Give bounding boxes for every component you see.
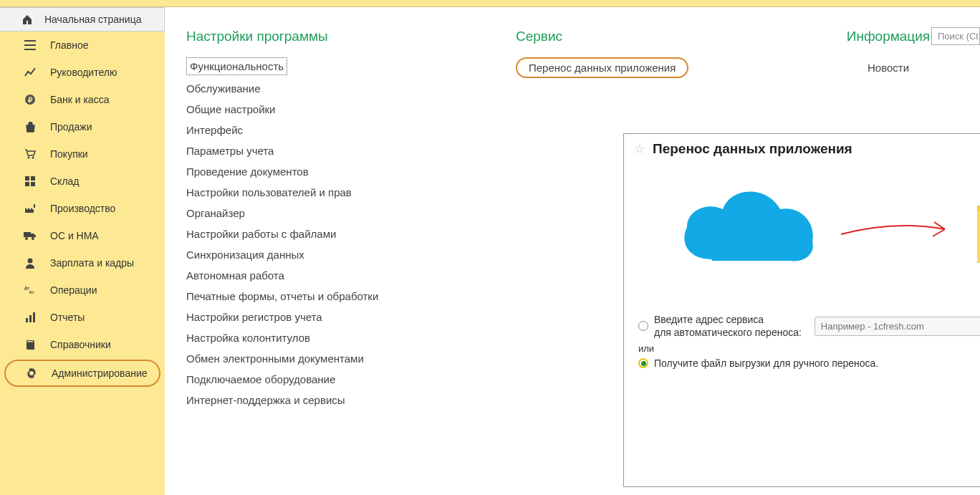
ruble-icon: ₽ [23,94,37,105]
nav-label: Главное [50,39,89,51]
svg-rect-8 [24,232,31,237]
nav-item-grid[interactable]: Склад [0,168,165,195]
settings-link[interactable]: Обмен электронными документами [186,348,501,369]
settings-link[interactable]: Органайзер [186,203,501,224]
info-link[interactable]: Новости [817,57,960,78]
settings-link[interactable]: Проведение документов [186,161,501,182]
home-icon [20,14,34,25]
nav-label: Покупки [50,148,88,160]
nav-label: Склад [50,176,80,187]
svg-rect-16 [33,312,35,322]
settings-link[interactable]: Функциональность [186,57,287,75]
radio-label: Получите файл выгрузки для ручного перен… [654,357,878,370]
settings-link[interactable]: Обслуживание [186,78,501,99]
top-bar [0,0,980,7]
svg-point-11 [28,258,33,263]
svg-rect-4 [25,176,29,181]
svg-rect-5 [31,176,35,181]
folder-zip-icon [974,191,981,270]
column-title: Настройки программы [186,29,501,44]
nav-label: Администрирование [52,367,148,379]
illustration [638,170,980,292]
svg-point-10 [32,237,34,240]
nav-item-person[interactable]: Зарплата и кадры [0,249,165,277]
service-address-input[interactable] [815,317,980,336]
radio-icon[interactable] [638,358,648,368]
settings-link[interactable]: Синхронизация данных [186,244,501,265]
column-title: Сервис [516,29,802,44]
chart-icon [23,67,37,77]
settings-link[interactable]: Автономная работа [186,265,501,286]
or-label: или [638,343,980,354]
nav-item-gear[interactable]: Администрирование [4,360,160,387]
svg-rect-14 [26,318,28,322]
svg-point-2 [28,157,30,159]
option-manual[interactable]: Получите файл выгрузки для ручного перен… [638,357,980,370]
svg-rect-15 [29,315,32,322]
main-area: Поиск (Ct Настройки программы Функционал… [165,7,980,495]
svg-point-9 [25,237,28,240]
nav-item-chart[interactable]: Руководителю [0,59,165,86]
favorite-star-icon[interactable]: ☆ [634,141,645,157]
settings-link[interactable]: Настройки работы с файлами [186,224,501,244]
dialog-header: ☆ Перенос данных приложения ⋮ [624,134,980,164]
settings-link[interactable]: Печатные формы, отчеты и обработки [186,286,501,307]
nav-label: Справочники [50,339,111,350]
bag-icon [23,122,37,133]
nav-label: Руководителю [50,67,117,78]
nav-label: Производство [50,203,115,214]
nav-item-cart[interactable]: Покупки [0,140,165,168]
settings-column: Настройки программы ФункциональностьОбсл… [186,29,501,410]
nav-item-book[interactable]: Справочники [0,331,165,358]
nav-item-ruble[interactable]: ₽Банк и касса [0,86,165,113]
nav-label: ОС и НМА [50,230,99,241]
nav-label: Банк и касса [50,94,109,105]
nav-label: Отчеты [50,312,85,323]
gear-icon [24,367,39,379]
nav-label: Операции [50,284,97,296]
factory-icon [23,203,37,213]
settings-link[interactable]: Настройка колонтитулов [186,327,501,348]
menu-icon [23,40,37,50]
cart-icon [23,149,37,159]
ops-icon: ДтКт [23,286,37,294]
svg-text:Кт: Кт [29,290,34,294]
sidebar: Начальная страница ГлавноеРуководителю₽Б… [0,7,165,495]
search-input[interactable]: Поиск (Ct [931,27,980,45]
service-link-transfer[interactable]: Перенос данных приложения [516,57,688,78]
settings-link[interactable]: Настройки пользователей и прав [186,182,501,203]
settings-link[interactable]: Параметры учета [186,140,501,161]
settings-link[interactable]: Подключаемое оборудование [186,369,501,390]
option-auto[interactable]: Введите адрес сервиса для автоматическог… [638,313,980,339]
home-label: Начальная страница [44,14,141,25]
nav-item-factory[interactable]: Производство [0,195,165,222]
transfer-dialog: ☆ Перенос данных приложения ⋮ [623,133,980,487]
cloud-icon [673,181,823,281]
nav-item-truck[interactable]: ОС и НМА [0,222,165,249]
truck-icon [23,231,37,240]
settings-link[interactable]: Настройки регистров учета [186,307,501,327]
home-tab[interactable]: Начальная страница [0,7,165,32]
settings-link[interactable]: Интернет-поддержка и сервисы [186,390,501,410]
person-icon [23,258,37,269]
svg-point-3 [32,157,34,159]
dialog-title: Перенос данных приложения [653,141,980,157]
nav-label: Продажи [50,121,92,133]
svg-rect-7 [31,182,35,186]
svg-rect-17 [27,341,33,342]
settings-link[interactable]: Общие настройки [186,99,501,120]
grid-icon [23,176,37,186]
nav-item-menu[interactable]: Главное [0,32,165,59]
arrow-icon [837,216,959,245]
nav-item-bars[interactable]: Отчеты [0,304,165,331]
settings-link[interactable]: Интерфейс [186,120,501,140]
nav-item-bag[interactable]: Продажи [0,113,165,140]
nav-item-ops[interactable]: ДтКтОперации [0,277,165,304]
radio-icon[interactable] [638,321,648,331]
svg-rect-6 [25,182,29,186]
svg-text:₽: ₽ [28,96,33,104]
nav-label: Зарплата и кадры [50,257,134,269]
radio-label: Введите адрес сервиса для автоматическог… [654,313,802,339]
bars-icon [23,312,37,322]
book-icon [23,340,37,350]
